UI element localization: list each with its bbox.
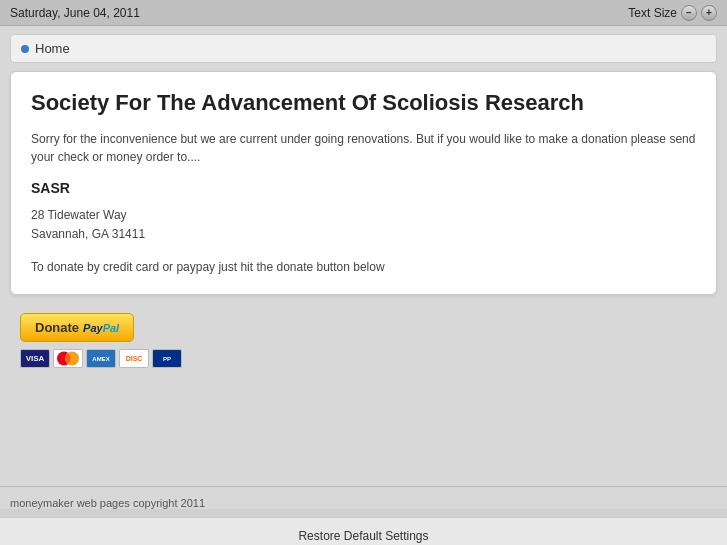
nav-home-link[interactable]: Home <box>35 41 70 56</box>
donate-label: Donate <box>35 320 79 335</box>
nav-bar: Home <box>10 34 717 63</box>
donate-area: Donate PayPal VISA AMEX DISC PP <box>10 307 717 384</box>
visa-card-icon: VISA <box>20 349 50 368</box>
text-size-increase-button[interactable]: + <box>701 5 717 21</box>
address-line2: Savannah, GA 31411 <box>31 227 145 241</box>
donate-instructions: To donate by credit card or paypay just … <box>31 260 696 274</box>
restore-defaults-bar: Restore Default Settings <box>0 517 727 545</box>
date-label: Saturday, June 04, 2011 <box>10 6 140 20</box>
restore-defaults-link[interactable]: Restore Default Settings <box>298 529 428 543</box>
card-icons: VISA AMEX DISC PP <box>20 349 182 368</box>
mastercard-icon <box>53 349 83 368</box>
amex-card-icon: AMEX <box>86 349 116 368</box>
top-bar: Saturday, June 04, 2011 Text Size − + <box>0 0 727 26</box>
main-wrapper: Home Society For The Advancement Of Scol… <box>0 26 727 486</box>
org-name: SASR <box>31 180 696 196</box>
content-card: Society For The Advancement Of Scoliosis… <box>10 71 717 295</box>
paypal-card-icon: PP <box>152 349 182 368</box>
page-title: Society For The Advancement Of Scoliosis… <box>31 90 696 116</box>
donate-button[interactable]: Donate PayPal <box>20 313 134 342</box>
copyright-text: moneymaker web pages copyright 2011 <box>10 497 717 509</box>
discover-card-icon: DISC <box>119 349 149 368</box>
paypal-logo: PayPal <box>83 322 119 334</box>
donate-button-wrapper: Donate PayPal VISA AMEX DISC PP <box>20 313 182 368</box>
nav-dot-icon <box>21 45 29 53</box>
address-line1: 28 Tidewater Way <box>31 208 127 222</box>
footer: moneymaker web pages copyright 2011 <box>0 486 727 509</box>
text-size-label: Text Size <box>628 6 677 20</box>
intro-text: Sorry for the inconvenience but we are c… <box>31 130 696 166</box>
address-block: 28 Tidewater Way Savannah, GA 31411 <box>31 206 696 244</box>
text-size-decrease-button[interactable]: − <box>681 5 697 21</box>
text-size-control: Text Size − + <box>628 5 717 21</box>
